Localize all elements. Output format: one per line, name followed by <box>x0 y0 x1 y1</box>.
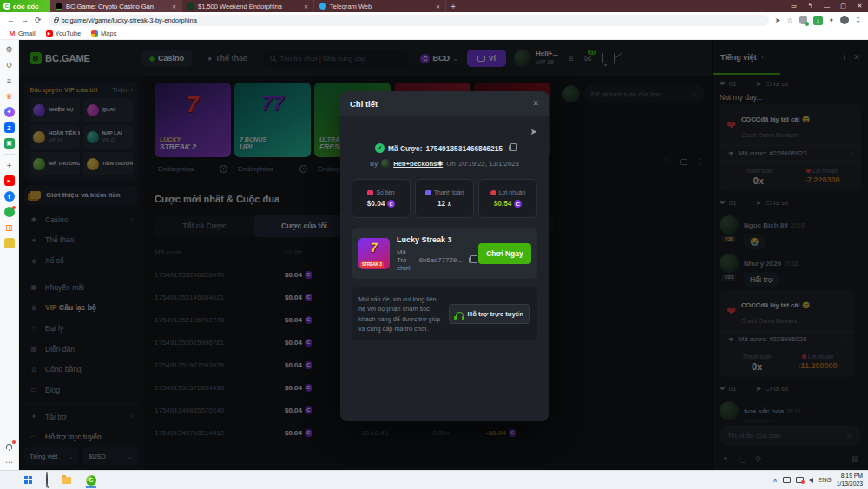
tab-close-icon[interactable]: ✕ <box>304 3 308 10</box>
extensions-icon[interactable]: ✦ <box>829 17 835 24</box>
share-icon[interactable]: ➤ <box>775 17 781 24</box>
extension-shortcut-icon[interactable] <box>4 207 15 217</box>
support-row: Mọi vấn đề, xin vui lòng liên hệ với bộ … <box>352 287 537 340</box>
shopping-icon[interactable]: ⊞ <box>4 222 15 233</box>
stat-profit: Lợi nhuận $0.54C <box>478 179 537 218</box>
coccoc-taskbar-icon[interactable]: C <box>85 473 97 487</box>
address-bar[interactable]: bc.game/vi/game/lucky-streak-3-by-endorp… <box>48 15 769 26</box>
bookmark-label: Maps <box>101 30 116 37</box>
screen: C cốc cốc BC.Game: Crypto Casino Gan ✕ $… <box>0 0 868 489</box>
language-indicator[interactable]: ENG <box>819 477 832 483</box>
minimize-button[interactable]: — <box>819 0 835 12</box>
coccoc-logo-text: cốc cốc <box>13 3 39 10</box>
tab-title: BC.Game: Crypto Casino Gan <box>66 3 154 10</box>
stat-payout: Thanh toán 12 x <box>415 179 474 218</box>
reload-button[interactable]: ⟳ <box>35 16 42 24</box>
bookmark-gmail[interactable]: M Gmail <box>9 30 36 37</box>
settings-gear-icon[interactable]: ⚙ <box>4 44 15 55</box>
vip-crown-icon[interactable]: ♛ <box>4 91 15 102</box>
notification-dot <box>12 206 16 209</box>
stat-amount: Số tiền $0.04C <box>352 179 411 218</box>
tab-search-icon[interactable]: ▭ <box>786 0 802 12</box>
modal-close-icon[interactable]: ✕ <box>532 99 539 108</box>
tab-title: Telegram Web <box>330 3 372 10</box>
endorphina-favicon <box>187 3 194 10</box>
bookmarks-bar: M Gmail ▶ YouTube Maps <box>0 28 868 40</box>
maps-icon <box>91 30 98 37</box>
pane-icon[interactable]: ↰ <box>802 0 819 12</box>
game-thumbnail[interactable]: 7STREAK 3 <box>358 238 390 269</box>
start-button[interactable] <box>24 476 32 484</box>
tab-close-icon[interactable]: ✕ <box>172 3 176 10</box>
coccoc-logo-icon: C <box>3 3 10 10</box>
file-explorer-icon[interactable] <box>62 477 71 484</box>
headset-icon <box>456 312 464 318</box>
youtube-icon: ▶ <box>46 30 53 37</box>
bettor-username[interactable]: Hell+beckons✱ <box>393 160 443 168</box>
tab-title: $1,500 Weekend Endorphina <box>198 3 282 10</box>
browser-titlebar: C cốc cốc BC.Game: Crypto Casino Gan ✕ $… <box>0 0 868 12</box>
verified-check-icon: ✓ <box>375 143 385 153</box>
bet-detail-modal: Chi tiết ✕ ➤ ✓ Mã Cược: 1754913531466846… <box>340 91 549 421</box>
window-controls: ▭ ↰ — ▢ ✕ <box>786 0 868 12</box>
notifications-bell-icon[interactable] <box>4 441 15 452</box>
windows-taskbar: C ∧ ENG 8:19 PM 1/13/2023 <box>0 470 868 489</box>
taskbar-search-icon[interactable] <box>46 472 48 488</box>
tab-close-icon[interactable]: ✕ <box>436 3 440 10</box>
modal-title: Chi tiết <box>350 99 378 109</box>
play-now-button[interactable]: Chơi Ngay <box>478 243 530 264</box>
bookmark-youtube[interactable]: ▶ YouTube <box>46 30 81 37</box>
avatar <box>381 159 390 168</box>
volume-icon[interactable] <box>809 478 813 483</box>
bookmark-maps[interactable]: Maps <box>91 30 116 37</box>
back-button[interactable]: ← <box>7 16 15 24</box>
lock-icon <box>54 19 58 23</box>
browser-tab-bcgame[interactable]: BC.Game: Crypto Casino Gan ✕ <box>50 0 182 12</box>
bookmark-star-icon[interactable]: ☆ <box>786 17 792 24</box>
profit-icon <box>490 190 496 195</box>
support-text: Mọi vấn đề, xin vui lòng liên hệ với bộ … <box>358 294 442 334</box>
copy-icon[interactable] <box>509 145 514 151</box>
coin-icon: C <box>514 200 522 208</box>
game-row: 7STREAK 3 Lucky Streak 3 Mã Trò chơi: 6b… <box>352 228 537 279</box>
payout-icon <box>425 190 431 195</box>
copy-icon[interactable] <box>469 257 472 263</box>
browser-viewport: ⚙ ↺ ≡ ♛ ✦ Z ▣ ＋ ▶ f ⊞ ⋯ B BC. <box>0 40 868 470</box>
downloads-tray-icon[interactable]: ↧ <box>855 17 861 24</box>
download-extension-icon[interactable]: ↓ <box>813 16 823 25</box>
browser-profile-icon[interactable] <box>840 16 849 24</box>
add-shortcut-icon[interactable]: ＋ <box>4 160 15 170</box>
games-icon[interactable]: ▣ <box>4 138 15 149</box>
network-icon[interactable] <box>796 477 804 483</box>
display-icon[interactable] <box>783 477 791 483</box>
newsfeed-icon[interactable]: ≡ <box>4 76 15 86</box>
new-tab-button[interactable]: ＋ <box>446 0 460 12</box>
adblock-shield-icon[interactable] <box>799 16 807 24</box>
coccoc-logo: C cốc cốc <box>0 0 50 12</box>
forward-button[interactable]: → <box>21 16 29 24</box>
close-button[interactable]: ✕ <box>852 0 868 12</box>
bet-id-value: 1754913531466846215 <box>425 144 503 153</box>
url-text: bc.game/vi/game/lucky-streak-3-by-endorp… <box>62 17 197 24</box>
youtube-shortcut-icon[interactable]: ▶ <box>4 175 15 186</box>
tray-expand-icon[interactable]: ∧ <box>773 477 777 484</box>
history-icon[interactable]: ↺ <box>4 60 15 70</box>
system-tray: ∧ ENG 8:19 PM 1/13/2023 <box>773 472 863 488</box>
browser-tab-endorphina[interactable]: $1,500 Weekend Endorphina ✕ <box>182 0 314 12</box>
more-options-icon[interactable]: ⋯ <box>4 457 15 467</box>
live-support-button[interactable]: Hỗ trợ trực tuyến <box>449 304 530 324</box>
game-code: 6b6ad77729... <box>419 256 463 264</box>
share-icon[interactable]: ➤ <box>530 127 537 136</box>
game-title: Lucky Streak 3 <box>397 235 471 244</box>
clock[interactable]: 8:19 PM 1/13/2023 <box>837 472 863 488</box>
divider <box>4 154 15 155</box>
bet-datetime: 20:19:22, 13/1/2023 <box>459 160 519 168</box>
browser-tab-telegram[interactable]: Telegram Web ✕ <box>314 0 446 12</box>
zalo-icon[interactable]: Z <box>4 122 15 133</box>
facebook-shortcut-icon[interactable]: f <box>4 191 15 202</box>
media-shortcut-icon[interactable] <box>4 238 15 248</box>
bookmark-label: Gmail <box>18 30 36 37</box>
messenger-icon[interactable]: ✦ <box>4 107 15 117</box>
browser-toolbar: ← → ⟳ bc.game/vi/game/lucky-streak-3-by-… <box>0 12 868 28</box>
maximize-button[interactable]: ▢ <box>835 0 852 12</box>
